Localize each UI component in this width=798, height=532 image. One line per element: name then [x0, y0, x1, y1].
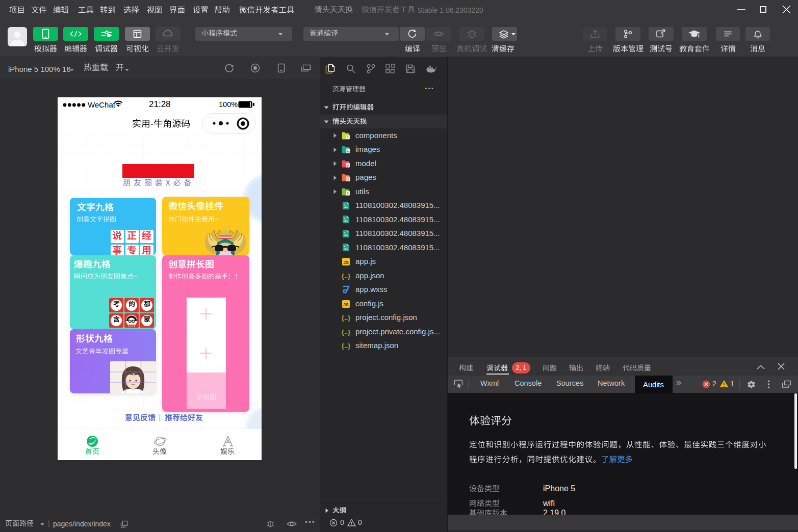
- svg-text:JS: JS: [343, 302, 349, 307]
- svg-text:JS: JS: [343, 260, 349, 265]
- svg-text:{..}: {..}: [342, 272, 350, 280]
- svg-text:{..}: {..}: [342, 342, 350, 350]
- svg-text:{..}: {..}: [342, 314, 350, 322]
- svg-text:{..}: {..}: [342, 328, 350, 336]
